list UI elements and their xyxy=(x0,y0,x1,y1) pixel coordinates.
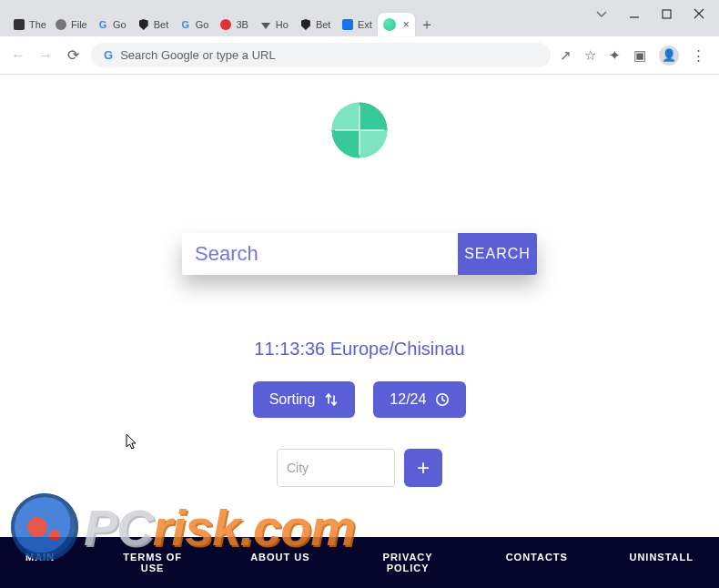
footer-link-main[interactable]: MAIN xyxy=(25,552,55,573)
tab-label: Bet xyxy=(316,19,331,30)
forward-button[interactable]: → xyxy=(36,47,55,64)
tab-6[interactable]: Ho xyxy=(254,13,294,36)
share-icon[interactable]: ↗ xyxy=(560,47,572,64)
logo-wrap xyxy=(0,75,719,160)
tab-label: Go xyxy=(113,19,127,30)
close-tab-icon[interactable]: × xyxy=(403,18,410,31)
add-city-button[interactable]: + xyxy=(404,449,442,487)
footer-link-uninstall[interactable]: UNINSTALL xyxy=(629,552,694,573)
format-label: 12/24 xyxy=(390,391,426,408)
tab-label: Ext xyxy=(358,19,372,30)
toolbar-actions: ↗ ☆ ✦ ▣ 👤 ⋮ xyxy=(560,46,704,66)
google-icon: G xyxy=(96,18,109,31)
shield-icon xyxy=(137,18,150,31)
sorting-label: Sorting xyxy=(269,391,316,408)
toolbar: ← → ⟳ G Search Google or type a URL ↗ ☆ … xyxy=(0,36,719,75)
tab-3[interactable]: Bet xyxy=(132,13,174,36)
menu-icon[interactable]: ⋮ xyxy=(692,47,704,64)
clock-icon xyxy=(435,392,450,407)
tab-1[interactable]: File xyxy=(49,13,91,36)
tab-8[interactable]: Ext xyxy=(336,13,378,36)
sort-arrows-icon xyxy=(324,392,339,407)
app-icon xyxy=(383,18,396,31)
sidepanel-icon[interactable]: ▣ xyxy=(633,47,646,64)
svg-rect-1 xyxy=(663,10,671,18)
plus-icon: + xyxy=(417,455,430,480)
clock-timezone: Europe/Chisinau xyxy=(330,339,465,359)
address-bar[interactable]: G Search Google or type a URL xyxy=(91,43,551,67)
footer-link-privacy[interactable]: PRIVACY POLICY xyxy=(371,552,444,573)
time-format-button[interactable]: 12/24 xyxy=(373,381,466,418)
minimize-button[interactable] xyxy=(629,8,640,19)
tab-label: The xyxy=(29,19,46,30)
tab-label: 3B xyxy=(236,19,248,30)
page-content: SEARCH 11:13:36 Europe/Chisinau Sorting … xyxy=(0,75,719,588)
download-icon xyxy=(259,18,272,31)
maximize-button[interactable] xyxy=(662,9,672,19)
bookmark-icon[interactable]: ☆ xyxy=(584,47,596,64)
city-input[interactable] xyxy=(277,449,395,487)
clock-display: 11:13:36 Europe/Chisinau xyxy=(0,339,719,360)
new-tab-button[interactable]: ＋ xyxy=(415,13,439,36)
puzzle-icon xyxy=(341,18,354,31)
footer-link-contacts[interactable]: CONTACTS xyxy=(506,552,568,573)
extensions-icon[interactable]: ✦ xyxy=(609,47,621,64)
globe-icon xyxy=(55,18,67,31)
address-placeholder: Search Google or type a URL xyxy=(120,48,276,62)
profile-icon[interactable]: 👤 xyxy=(659,46,679,66)
search-box: SEARCH xyxy=(182,233,537,275)
footer-link-terms[interactable]: TERMS OF USE xyxy=(116,552,189,573)
city-row: + xyxy=(0,449,719,487)
printer-icon xyxy=(13,18,25,31)
tab-label: Ho xyxy=(276,19,289,30)
tab-overflow-icon[interactable] xyxy=(596,8,607,19)
controls-row: Sorting 12/24 xyxy=(0,381,719,418)
tab-active[interactable]: × xyxy=(378,13,415,36)
tab-5[interactable]: 3B xyxy=(214,13,253,36)
close-window-button[interactable] xyxy=(694,8,704,19)
tab-2[interactable]: GGo xyxy=(91,13,132,36)
google-icon: G xyxy=(104,48,113,62)
search-button[interactable]: SEARCH xyxy=(458,233,537,275)
tab-label: File xyxy=(71,19,87,30)
tab-label: Bet xyxy=(154,19,169,30)
shield-icon xyxy=(299,18,312,31)
clock-time: 11:13:36 xyxy=(254,339,325,359)
tab-0[interactable]: The xyxy=(7,13,49,36)
footer-link-about[interactable]: ABOUT US xyxy=(250,552,309,573)
app-logo-icon xyxy=(329,100,390,160)
tab-4[interactable]: GGo xyxy=(174,13,215,36)
reload-button[interactable]: ⟳ xyxy=(64,46,82,64)
tab-7[interactable]: Bet xyxy=(294,13,336,36)
footer-nav: MAIN TERMS OF USE ABOUT US PRIVACY POLIC… xyxy=(0,537,719,588)
tab-label: Go xyxy=(196,19,209,30)
back-button[interactable]: ← xyxy=(9,47,27,64)
window-controls xyxy=(582,0,719,27)
search-input[interactable] xyxy=(182,233,458,275)
red-circle-icon xyxy=(219,18,232,31)
google-icon: G xyxy=(179,18,192,31)
sorting-button[interactable]: Sorting xyxy=(253,381,356,418)
